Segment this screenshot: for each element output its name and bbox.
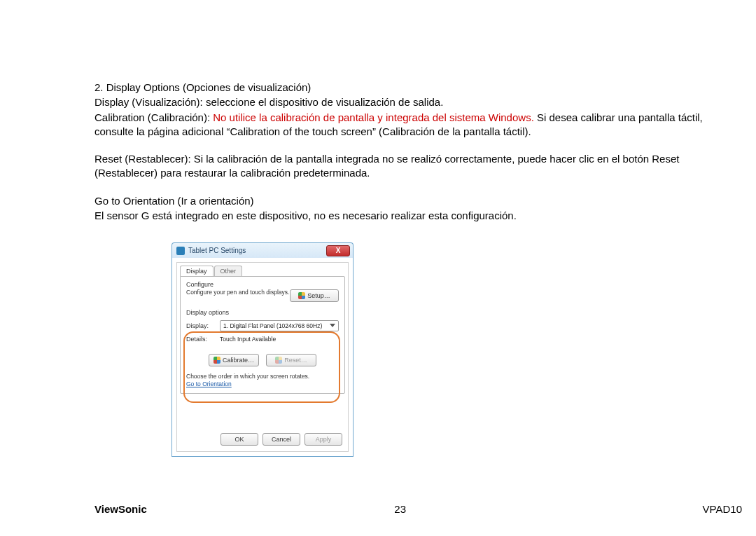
go-to-orientation-link[interactable]: Go to Orientation [186, 380, 232, 387]
calibration-warning: No utilice la calibración de pantalla y … [213, 111, 534, 123]
page-footer: ViewSonic 23 VPAD10 [94, 503, 742, 515]
paragraph-display: Display (Visualización): seleccione el d… [94, 95, 742, 109]
tab-strip: Display Other [180, 266, 348, 276]
cancel-button[interactable]: Cancel [262, 433, 300, 446]
footer-model: VPAD10 [703, 503, 742, 515]
apply-button[interactable]: Apply [304, 433, 342, 446]
configure-label: Configure [186, 281, 339, 288]
shield-icon [214, 357, 220, 364]
dialog-title: Tablet PC Settings [188, 247, 326, 254]
dialog-titlebar[interactable]: Tablet PC Settings X [172, 242, 354, 258]
close-button[interactable]: X [326, 245, 350, 256]
footer-page-number: 23 [98, 503, 703, 515]
heading: 2. Display Options (Opciones de visualiz… [94, 81, 742, 95]
setup-button[interactable]: Setup… [290, 289, 339, 302]
reset-button[interactable]: Reset… [266, 354, 316, 366]
calibrate-button-label: Calibrate… [223, 357, 254, 364]
setup-button-label: Setup… [307, 292, 330, 299]
reset-button-label: Reset… [284, 357, 307, 364]
tablet-icon [176, 247, 185, 255]
orientation-desc: Choose the order in which your screen ro… [186, 373, 339, 380]
configure-desc: Configure your pen and touch displays. [186, 289, 290, 296]
display-options-label: Display options [186, 309, 339, 316]
tab-display[interactable]: Display [180, 266, 214, 276]
shield-icon [298, 292, 305, 299]
dialog-button-bar: OK Cancel Apply [177, 429, 348, 447]
display-dropdown-value: 1. Digital Flat Panel (1024x768 60Hz) [223, 322, 322, 329]
shield-icon [275, 357, 282, 364]
paragraph-calibration: Calibration (Calibración): No utilice la… [94, 111, 742, 139]
chevron-down-icon [330, 324, 335, 327]
calibration-prefix: Calibration (Calibración): [94, 111, 213, 123]
tab-other[interactable]: Other [214, 266, 243, 276]
paragraph-orientation-heading: Go to Orientation (Ir a orientación) [94, 194, 742, 208]
ok-button[interactable]: OK [220, 433, 258, 446]
tablet-pc-settings-dialog: Tablet PC Settings X Display Other Confi… [172, 242, 354, 457]
tab-panel: Configure Configure your pen and touch d… [180, 276, 345, 394]
display-dropdown[interactable]: 1. Digital Flat Panel (1024x768 60Hz) [220, 320, 339, 331]
display-label: Display: [186, 322, 220, 329]
details-label: Details: [186, 336, 220, 343]
document-body: 2. Display Options (Opciones de visualiz… [94, 81, 742, 223]
paragraph-orientation-body: El sensor G está integrado en este dispo… [94, 209, 742, 223]
paragraph-reset: Reset (Restablecer): Si la calibración d… [94, 152, 742, 181]
details-value: Touch Input Available [220, 336, 276, 343]
calibrate-button[interactable]: Calibrate… [209, 354, 259, 366]
